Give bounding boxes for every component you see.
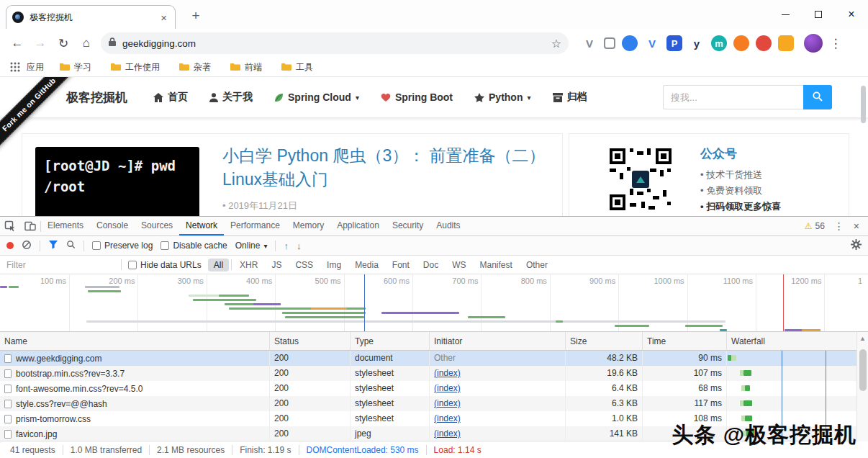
bookmark-folder[interactable]: 学习	[59, 61, 91, 73]
window-maximize-button[interactable]	[802, 0, 835, 29]
devtools-tab-performance[interactable]: Performance	[224, 217, 286, 235]
initiator-link[interactable]: (index)	[434, 398, 461, 408]
record-button[interactable]	[6, 242, 14, 249]
inspect-element-icon[interactable]	[0, 217, 20, 235]
device-toolbar-icon[interactable]	[20, 217, 40, 235]
site-nav-item[interactable]: 首页	[153, 91, 188, 104]
extension-icon[interactable]: P	[666, 35, 682, 51]
column-header-waterfall[interactable]: Waterfall	[727, 332, 856, 350]
forward-button[interactable]: →	[30, 33, 50, 53]
initiator-link[interactable]: (index)	[434, 368, 461, 378]
scrollbar-up-icon[interactable]: ▲	[857, 332, 868, 342]
type-filter-img[interactable]: Img	[321, 259, 347, 271]
devtools-tab-memory[interactable]: Memory	[286, 217, 330, 235]
checkbox[interactable]	[161, 241, 169, 250]
devtools-tab-elements[interactable]: Elements	[41, 217, 90, 235]
network-request-row[interactable]: font-awesome.min.css?rev=4.5.0200stylesh…	[0, 381, 856, 396]
devtools-tab-console[interactable]: Console	[90, 217, 135, 235]
apps-grid-icon[interactable]	[9, 60, 22, 73]
network-request-row[interactable]: bootstrap.min.css?rev=3.3.7200stylesheet…	[0, 366, 856, 381]
extension-icon[interactable]	[622, 35, 638, 51]
extension-icon[interactable]	[778, 35, 794, 51]
article-card[interactable]: [root@JD ~]# pwd /root 小白学 Python 爬虫（3）：…	[22, 133, 563, 216]
new-tab-button[interactable]: +	[186, 6, 206, 27]
type-filter-ws[interactable]: WS	[446, 259, 471, 271]
devtools-tab-network[interactable]: Network	[179, 217, 224, 235]
type-filter-css[interactable]: CSS	[289, 259, 319, 271]
type-filter-js[interactable]: JS	[266, 259, 287, 271]
scrollbar-thumb[interactable]	[859, 349, 867, 391]
type-filter-manifest[interactable]: Manifest	[474, 259, 518, 271]
bookmark-folder[interactable]: 工具	[281, 61, 313, 73]
preserve-log-checkbox[interactable]: Preserve log	[92, 241, 153, 251]
profile-avatar[interactable]	[804, 34, 823, 53]
devtools-tab-security[interactable]: Security	[386, 217, 430, 235]
network-request-row[interactable]: style.css?rev=@@hash200stylesheet(index)…	[0, 396, 856, 411]
devtools-tab-audits[interactable]: Audits	[430, 217, 466, 235]
extension-icon[interactable]: m	[711, 35, 727, 51]
initiator-link[interactable]: (index)	[434, 413, 461, 423]
url-input[interactable]	[122, 38, 551, 49]
column-header-type[interactable]: Type	[351, 332, 430, 350]
extension-icon[interactable]	[604, 37, 615, 49]
site-nav-item[interactable]: 关于我	[209, 91, 253, 104]
column-header-time[interactable]: Time	[643, 332, 727, 350]
type-filter-doc[interactable]: Doc	[417, 259, 444, 271]
window-close-button[interactable]: ×	[835, 0, 868, 29]
address-bar[interactable]: ☆	[101, 32, 569, 54]
network-settings-gear-icon[interactable]	[851, 239, 862, 252]
column-header-status[interactable]: Status	[270, 332, 351, 350]
devtools-menu-icon[interactable]: ⋮	[834, 220, 844, 232]
devtools-tab-sources[interactable]: Sources	[135, 217, 179, 235]
bookmark-apps-label[interactable]: 应用	[27, 61, 44, 73]
initiator-link[interactable]: (index)	[434, 383, 461, 393]
clear-button[interactable]	[22, 240, 32, 252]
disable-cache-checkbox[interactable]: Disable cache	[161, 241, 227, 251]
extension-icon[interactable]: y	[689, 35, 705, 51]
type-filter-xhr[interactable]: XHR	[234, 259, 263, 271]
site-brand[interactable]: 极客挖掘机	[66, 89, 127, 106]
site-search-button[interactable]	[803, 85, 832, 109]
column-header-name[interactable]: Name	[0, 332, 270, 350]
site-nav-item[interactable]: 归档	[553, 91, 587, 104]
article-title[interactable]: 小白学 Python 爬虫（3）： 前置准备（二）Linux基础入门	[222, 144, 546, 192]
browser-menu-icon[interactable]: ⋮	[826, 33, 846, 53]
initiator-link[interactable]: (index)	[434, 428, 461, 439]
site-search-input[interactable]	[663, 85, 803, 109]
devtools-close-icon[interactable]: ×	[854, 220, 859, 232]
bookmark-folder[interactable]: 工作使用	[110, 61, 160, 73]
checkbox[interactable]	[92, 241, 101, 250]
throttling-select[interactable]: Online▾	[235, 241, 268, 251]
home-button[interactable]: ⌂	[76, 33, 96, 53]
tab-close-icon[interactable]: ×	[158, 12, 169, 24]
bookmark-star-icon[interactable]: ☆	[551, 37, 561, 50]
back-button[interactable]: ←	[7, 33, 27, 53]
extension-icon[interactable]	[756, 35, 772, 51]
checkbox[interactable]	[128, 261, 137, 269]
network-filter-input[interactable]	[6, 260, 114, 270]
bookmark-folder[interactable]: 前端	[230, 61, 262, 73]
extension-icon[interactable]: V	[582, 35, 597, 51]
console-warning-badge[interactable]: ⚠56	[805, 221, 825, 231]
filter-toggle-icon[interactable]	[48, 240, 58, 251]
network-search-icon[interactable]	[66, 240, 76, 251]
extension-icon[interactable]	[733, 35, 749, 51]
type-filter-all[interactable]: All	[208, 259, 229, 271]
devtools-tab-application[interactable]: Application	[330, 217, 386, 235]
column-header-size[interactable]: Size	[566, 332, 643, 350]
hide-data-urls-checkbox[interactable]: Hide data URLs	[128, 260, 202, 270]
export-har-icon[interactable]: ↓	[297, 241, 302, 251]
site-nav-item[interactable]: Spring Boot	[381, 91, 453, 103]
site-nav-item[interactable]: Spring Cloud▾	[274, 91, 359, 103]
type-filter-font[interactable]: Font	[386, 259, 415, 271]
refresh-button[interactable]: ↻	[53, 33, 73, 53]
window-minimize-button[interactable]	[769, 0, 802, 29]
site-nav-item[interactable]: Python▾	[474, 91, 530, 103]
type-filter-media[interactable]: Media	[349, 259, 384, 271]
network-table-scrollbar[interactable]: ▲	[856, 332, 868, 441]
browser-tab[interactable]: 极客挖掘机 ×	[6, 5, 176, 29]
page-scrollbar[interactable]	[861, 86, 866, 123]
column-header-initiator[interactable]: Initiator	[430, 332, 566, 350]
import-har-icon[interactable]: ↑	[284, 241, 289, 251]
network-request-row[interactable]: www.geekdigging.com200documentOther48.2 …	[0, 351, 856, 366]
